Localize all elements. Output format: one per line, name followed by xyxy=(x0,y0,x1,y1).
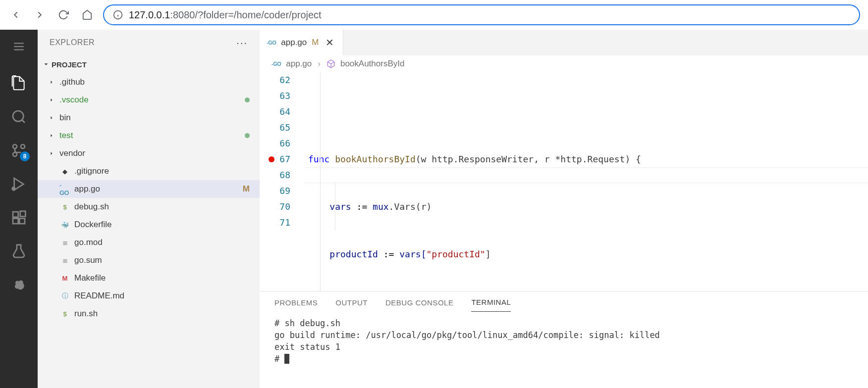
line-number[interactable]: 69 xyxy=(260,183,290,199)
tree-item-label: .vscode xyxy=(59,95,241,105)
reload-button[interactable] xyxy=(55,7,71,23)
panel-tab-debug-console[interactable]: DEBUG CONSOLE xyxy=(385,293,453,312)
tree-item-vendor[interactable]: vendor xyxy=(38,145,260,162)
svg-point-10 xyxy=(13,145,17,148)
go-file-icon: -GO xyxy=(267,40,276,46)
panel-tab-output[interactable]: OUTPUT xyxy=(335,293,368,312)
symbol-method-icon xyxy=(326,59,335,68)
line-number[interactable]: 63 xyxy=(260,88,290,104)
line-number[interactable]: 67 xyxy=(260,151,290,167)
forward-button[interactable] xyxy=(32,7,48,23)
chevron-right-icon: › xyxy=(318,59,321,69)
tree-item-go-sum[interactable]: ≣go.sum xyxy=(38,251,260,269)
run-debug-view-button[interactable] xyxy=(7,174,31,194)
menu-button[interactable] xyxy=(7,37,31,56)
extensions-view-button[interactable] xyxy=(7,208,31,228)
explorer-view-button[interactable] xyxy=(7,73,31,93)
tab-label: app.go xyxy=(281,38,307,48)
chevron-right-icon xyxy=(49,79,55,85)
indent-guide xyxy=(320,72,321,291)
tree-item-go-mod[interactable]: ≣go.mod xyxy=(38,234,260,251)
sidebar-more-button[interactable]: ··· xyxy=(236,37,248,48)
file-icon: $ xyxy=(59,310,70,318)
tree-item-run-sh[interactable]: $run.sh xyxy=(38,305,260,323)
tree-item-label: test xyxy=(59,131,241,141)
source-control-view-button[interactable]: 8 xyxy=(7,141,31,160)
tree-item--github[interactable]: .github xyxy=(38,73,260,91)
tree-item--vscode[interactable]: .vscode xyxy=(38,91,260,109)
line-number[interactable]: 64 xyxy=(260,104,290,120)
panel-tab-terminal[interactable]: TERMINAL xyxy=(471,293,511,312)
sidebar: EXPLORER ··· PROJECT .github.vscodebinte… xyxy=(38,30,260,388)
bottom-panel: PROBLEMSOUTPUTDEBUG CONSOLETERMINAL # sh… xyxy=(260,291,868,388)
svg-rect-16 xyxy=(20,211,26,217)
editor-area: -GO app.go M ✕ -GO app.go › bookAuthorsB… xyxy=(260,30,868,388)
code-editor[interactable]: 62636465666768697071 func bookAuthorsByI… xyxy=(260,72,868,291)
sidebar-title: EXPLORER xyxy=(50,38,95,47)
tree-item-dockerfile[interactable]: 🐳Dockerfile xyxy=(38,216,260,234)
svg-point-6 xyxy=(13,111,23,121)
activity-bar: 8 xyxy=(0,30,38,388)
line-number[interactable]: 68 xyxy=(260,167,290,183)
tree-item-label: run.sh xyxy=(74,309,255,319)
code-content[interactable]: func bookAuthorsById(w http.ResponseWrit… xyxy=(304,72,868,291)
tree-item-label: README.md xyxy=(74,291,255,301)
git-modified-dot xyxy=(245,97,250,102)
line-number[interactable]: 71 xyxy=(260,215,290,231)
tab-close-button[interactable]: ✕ xyxy=(324,37,336,48)
chevron-right-icon xyxy=(49,150,55,156)
line-number[interactable]: 62 xyxy=(260,72,290,88)
home-button[interactable] xyxy=(79,7,95,23)
tree-item-debug-sh[interactable]: $debug.sh xyxy=(38,198,260,216)
terminal-cursor xyxy=(284,354,289,364)
breakpoint-icon[interactable] xyxy=(269,156,274,162)
file-tree[interactable]: .github.vscodebintestvendor◆.gitignore-G… xyxy=(38,73,260,388)
remote-indicator[interactable] xyxy=(7,275,31,295)
tree-item--gitignore[interactable]: ◆.gitignore xyxy=(38,162,260,180)
back-button[interactable] xyxy=(8,7,24,23)
scm-badge: 8 xyxy=(20,151,30,161)
tree-item-test[interactable]: test xyxy=(38,127,260,145)
file-icon: ≣ xyxy=(59,257,70,264)
breadcrumb[interactable]: -GO app.go › bookAuthorsById xyxy=(260,55,868,72)
file-icon: $ xyxy=(59,203,70,211)
svg-rect-15 xyxy=(19,218,25,224)
tree-item-makefile[interactable]: MMakefile xyxy=(38,269,260,287)
panel-tab-problems[interactable]: PROBLEMS xyxy=(274,293,318,312)
svg-line-7 xyxy=(22,120,25,123)
search-view-button[interactable] xyxy=(7,107,31,127)
file-icon: ⓘ xyxy=(59,291,70,300)
tree-item-app-go[interactable]: -GOapp.goM xyxy=(38,180,260,198)
git-modified-dot xyxy=(245,133,250,138)
chevron-down-icon xyxy=(43,61,50,68)
tree-item-bin[interactable]: bin xyxy=(38,109,260,127)
svg-rect-14 xyxy=(13,218,18,224)
tree-item-label: Dockerfile xyxy=(74,220,255,230)
tree-item-label: go.sum xyxy=(74,255,255,265)
tree-item-label: .github xyxy=(59,77,255,87)
svg-marker-11 xyxy=(14,178,24,190)
tree-item-readme-md[interactable]: ⓘREADME.md xyxy=(38,287,260,305)
chevron-right-icon xyxy=(49,97,55,103)
line-number[interactable]: 65 xyxy=(260,120,290,136)
url-bar[interactable]: 127.0.0.1:8080/?folder=/home/coder/proje… xyxy=(103,4,860,25)
line-number[interactable]: 70 xyxy=(260,199,290,215)
indent-guide xyxy=(335,183,335,231)
browser-toolbar: 127.0.0.1:8080/?folder=/home/coder/proje… xyxy=(0,0,868,30)
editor-tab-app-go[interactable]: -GO app.go M ✕ xyxy=(260,30,343,55)
terminal-output[interactable]: # sh debug.sh go build runtime: /usr/loc… xyxy=(260,313,868,388)
git-modified-indicator: M xyxy=(243,184,250,194)
file-icon: M xyxy=(59,275,70,282)
site-info-icon[interactable] xyxy=(113,10,123,20)
tab-modified-indicator: M xyxy=(312,38,319,48)
testing-view-button[interactable] xyxy=(7,242,31,261)
breadcrumb-symbol[interactable]: bookAuthorsById xyxy=(340,59,404,69)
go-file-icon: -GO xyxy=(271,61,281,67)
project-folder-header[interactable]: PROJECT xyxy=(38,55,260,73)
line-number[interactable]: 66 xyxy=(260,136,290,151)
file-icon: ≣ xyxy=(59,239,70,246)
url-text: 127.0.0.1:8080/?folder=/home/coder/proje… xyxy=(129,9,322,21)
line-number-gutter[interactable]: 62636465666768697071 xyxy=(260,72,304,291)
current-line-highlight xyxy=(304,167,868,183)
breadcrumb-file[interactable]: app.go xyxy=(286,59,312,69)
